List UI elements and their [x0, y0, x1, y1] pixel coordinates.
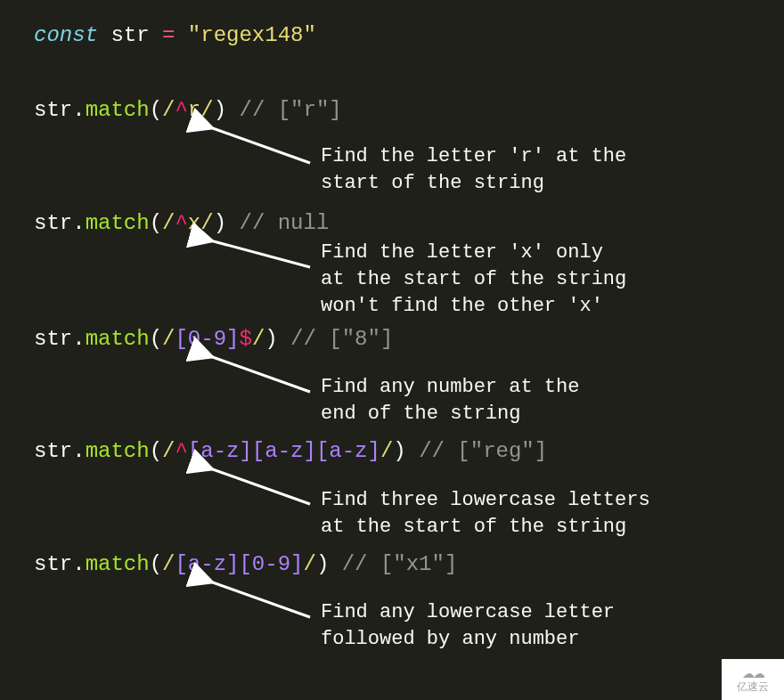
code-declaration: const str = "regex148" [34, 25, 316, 46]
code-example-1: str.match(/^r/) // ["r"] [34, 100, 342, 121]
annotation-1: Find the letter 'r' at the start of the … [321, 143, 626, 197]
arrow-icon [203, 233, 319, 273]
code-example-2: str.match(/^x/) // null [34, 213, 329, 234]
annotation-3: Find any number at the end of the string [321, 374, 579, 427]
code-example-3: str.match(/[0-9]$/) // ["8"] [34, 329, 393, 350]
var-str: str [110, 23, 149, 47]
arrow-icon [203, 120, 319, 169]
code-example-5: str.match(/[a-z][0-9]/) // ["x1"] [34, 554, 457, 575]
string-literal: "regex148" [188, 23, 316, 47]
code-example-4: str.match(/^[a-z][a-z][a-z]/) // ["reg"] [34, 441, 547, 462]
watermark-text: 亿速云 [737, 681, 769, 692]
code-diagram: const str = "regex148" str.match(/^r/) /… [0, 0, 784, 700]
annotation-5: Find any lowercase letter followed by an… [321, 599, 615, 653]
svg-line-2 [210, 356, 310, 392]
arrow-icon [203, 349, 319, 398]
annotation-2: Find the letter 'x' only at the start of… [321, 240, 626, 320]
arrow-icon [203, 461, 319, 510]
watermark-badge: ☁☁ 亿速云 [722, 659, 784, 700]
svg-line-0 [210, 127, 310, 163]
svg-line-3 [210, 468, 310, 504]
keyword-const: const [34, 23, 98, 47]
assign-op: = [162, 23, 175, 47]
annotation-4: Find three lowercase letters at the star… [321, 487, 650, 541]
svg-line-1 [210, 240, 310, 267]
svg-line-4 [210, 582, 310, 617]
arrow-icon [203, 574, 319, 623]
cloud-icon: ☁☁ [742, 667, 764, 680]
